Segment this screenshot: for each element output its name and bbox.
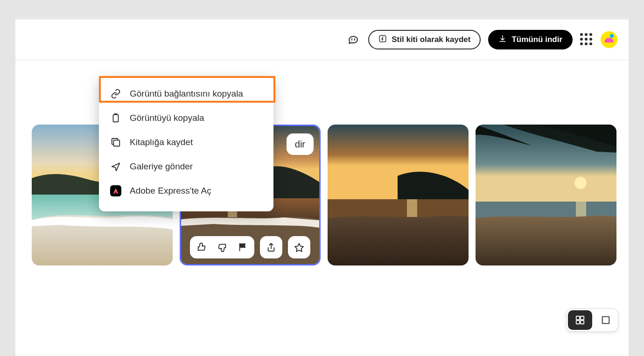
- save-style-kit-button[interactable]: Stil kiti olarak kaydet: [368, 30, 481, 49]
- grid-view-icon[interactable]: [568, 310, 592, 330]
- svg-rect-25: [113, 115, 119, 122]
- clipboard-icon: [110, 112, 121, 124]
- svg-rect-22: [576, 321, 580, 324]
- view-switch: [566, 308, 618, 332]
- library-icon: [110, 137, 121, 148]
- image-thumb[interactable]: [476, 125, 616, 265]
- download-all-label: Tümünü indir: [511, 35, 562, 44]
- thumbs-down-icon[interactable]: [214, 242, 230, 252]
- svg-rect-26: [113, 140, 119, 146]
- svg-rect-21: [581, 316, 584, 320]
- adobe-express-icon: [110, 185, 121, 196]
- bolt-icon: [378, 35, 387, 45]
- svg-rect-23: [581, 321, 584, 324]
- svg-marker-11: [295, 244, 303, 251]
- ctx-save-library[interactable]: Kitaplığa kaydet: [99, 130, 273, 154]
- single-view-icon[interactable]: [594, 309, 618, 331]
- share-icon[interactable]: [260, 236, 282, 258]
- favorite-icon[interactable]: [288, 236, 310, 258]
- header-toolbar: Stil kiti olarak kaydet Tümünü indir: [15, 20, 629, 60]
- apps-grid-icon[interactable]: [580, 33, 593, 46]
- thumbs-up-icon[interactable]: [194, 242, 210, 252]
- ctx-copy-image-label: Görüntüyü kopyala: [130, 113, 204, 123]
- ctx-copy-link[interactable]: Görüntü bağlantısını kopyala: [99, 82, 273, 106]
- avatar[interactable]: [601, 31, 617, 48]
- ctx-open-express-label: Adobe Express'te Aç: [130, 186, 211, 196]
- ctx-open-express[interactable]: Adobe Express'te Aç: [99, 179, 273, 203]
- save-style-kit-label: Stil kiti olarak kaydet: [392, 35, 470, 44]
- image-thumb[interactable]: [328, 125, 469, 265]
- svg-rect-20: [576, 316, 580, 320]
- flag-icon[interactable]: [235, 242, 251, 252]
- download-icon: [498, 35, 507, 45]
- link-icon: [110, 88, 121, 99]
- svg-point-17: [574, 177, 587, 189]
- ctx-save-library-label: Kitaplığa kaydet: [130, 137, 193, 147]
- send-icon: [110, 161, 121, 172]
- ctx-copy-image[interactable]: Görüntüyü kopyala: [99, 106, 273, 130]
- download-all-button[interactable]: Tümünü indir: [488, 30, 573, 49]
- ctx-copy-link-label: Görüntü bağlantısını kopyala: [130, 89, 243, 99]
- feedback-icon[interactable]: [346, 32, 361, 47]
- download-chip-partial[interactable]: dir: [287, 133, 314, 155]
- ctx-submit-gallery[interactable]: Galeriye gönder: [99, 154, 273, 179]
- thumb-action-bar: [181, 236, 319, 258]
- rate-group: [190, 236, 254, 258]
- svg-rect-24: [602, 317, 609, 324]
- context-menu: Görüntü bağlantısını kopyala Görüntüyü k…: [99, 77, 273, 211]
- ctx-submit-gallery-label: Galeriye gönder: [130, 161, 193, 172]
